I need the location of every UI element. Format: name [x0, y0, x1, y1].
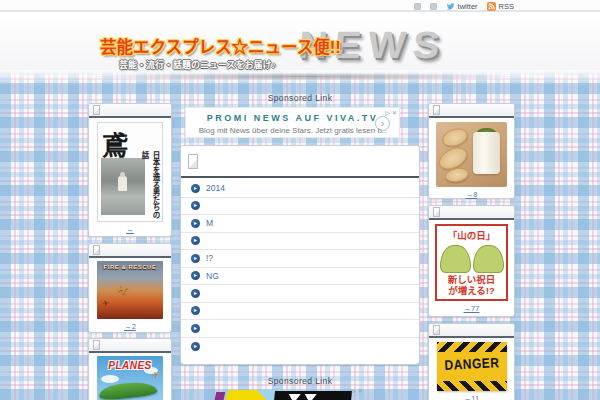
- logo-shadow: [95, 73, 515, 80]
- left-widget-fire-rescue: FIRE & RESCUE →2: [88, 243, 172, 333]
- danger-text: DANGER: [437, 354, 507, 374]
- bottom-ad-banner[interactable]: [215, 390, 350, 400]
- arrow-bullet-icon: [191, 184, 200, 193]
- arrow-bullet-icon: [191, 201, 200, 210]
- widget-header: [89, 244, 171, 258]
- archive-row[interactable]: [181, 338, 419, 356]
- arrow-bullet-icon: [191, 219, 200, 228]
- mountains-illustration: [437, 243, 506, 274]
- archive-row[interactable]: [181, 198, 419, 216]
- twitter-link[interactable]: twitter: [446, 2, 478, 11]
- rss-icon: [487, 2, 496, 11]
- archive-row[interactable]: [181, 233, 419, 251]
- holiday-title: 「山の日」: [437, 228, 506, 242]
- right-widget-food: →8: [428, 103, 515, 199]
- broken-image-icon: [93, 340, 100, 350]
- widget-header: [89, 339, 171, 353]
- topbar-links: twitter RSS: [414, 2, 514, 11]
- left-widget-book: 鳶 日本を造る男たちの話 →: [88, 103, 172, 237]
- arrow-bullet-icon: [191, 254, 200, 263]
- holiday-text-line: が増える!?: [437, 285, 506, 296]
- plane-icon: [101, 299, 109, 309]
- rss-label: RSS: [499, 2, 514, 11]
- site-logo[interactable]: NEWS 芸能エクスプレス☆ニュース便!! 芸能・流行・話題のニュースをお届け♪: [95, 29, 515, 79]
- holiday-more-link[interactable]: →77: [429, 304, 514, 313]
- archive-row[interactable]: [181, 320, 419, 338]
- adchoices-icon: ▷: [351, 387, 356, 394]
- archive-row[interactable]: NG: [181, 268, 419, 286]
- site-header: NEWS 芸能エクスプレス☆ニュース便!! 芸能・流行・話題のニュースをお届け♪: [0, 13, 600, 70]
- archive-row[interactable]: 2014: [181, 180, 419, 198]
- rss-link[interactable]: RSS: [487, 2, 514, 11]
- archive-list-box: 2014 M !? NG: [180, 145, 420, 365]
- broken-image-icon: [433, 105, 440, 115]
- book-more-link[interactable]: →: [89, 225, 171, 234]
- arrow-bullet-icon: [191, 306, 200, 315]
- ad-close-icon: ✕: [392, 109, 397, 116]
- mountain-shape: [473, 245, 504, 273]
- ad-glyph: [304, 394, 317, 400]
- cream-jar: [473, 132, 500, 174]
- fire-rescue-poster[interactable]: FIRE & RESCUE: [97, 261, 163, 319]
- mountain-shape: [440, 245, 471, 273]
- archive-row[interactable]: !?: [181, 250, 419, 268]
- widget-header: [89, 104, 171, 118]
- bread-slice: [440, 125, 470, 149]
- archive-row[interactable]: [181, 285, 419, 303]
- arrow-bullet-icon: [191, 289, 200, 298]
- book-cover-image[interactable]: 鳶 日本を造る男たちの話: [97, 122, 163, 222]
- ad-body-text: Blog mit News über deine Stars. Jetzt gr…: [186, 126, 399, 135]
- danger-sign-image[interactable]: DANGER: [437, 342, 507, 391]
- archive-box-header: [181, 146, 419, 178]
- mini-icon-1[interactable]: [414, 3, 421, 10]
- mountain-day-card[interactable]: 「山の日」 新しい祝日 が増える!?: [435, 224, 508, 301]
- sponsored-link-label-bottom: Sponsored Link: [180, 376, 420, 386]
- archive-row[interactable]: M: [181, 215, 419, 233]
- widget-header: [429, 324, 514, 338]
- danger-more-link[interactable]: →11: [429, 394, 514, 400]
- fire-rescue-more-link[interactable]: →2: [89, 322, 171, 331]
- food-photo[interactable]: [436, 122, 507, 187]
- plane-icon: [115, 280, 130, 298]
- left-widget-planes: PLANES: [88, 338, 172, 400]
- mini-icon-2[interactable]: [430, 3, 437, 10]
- arrow-bullet-icon: [191, 236, 200, 245]
- ad-shape-black: [271, 391, 352, 400]
- ad-glyph: [288, 394, 301, 400]
- ad-close-icon: ✕: [358, 387, 363, 394]
- food-more-link[interactable]: →8: [429, 190, 514, 199]
- twitter-label: twitter: [458, 2, 478, 11]
- widget-header: [429, 206, 514, 220]
- arrow-bullet-icon: [191, 271, 200, 280]
- cloud-shape: [101, 375, 119, 383]
- broken-image-icon: [93, 245, 100, 255]
- page: twitter RSS NEWS 芸能エクスプレス☆ニュース便!! 芸能・流行・…: [0, 0, 600, 400]
- adchoices-control[interactable]: ▷ ✕: [385, 109, 397, 116]
- archive-list: 2014 M !? NG: [181, 178, 419, 355]
- twitter-bird-icon: [446, 2, 455, 11]
- green-plane-shape: [98, 380, 157, 400]
- fire-rescue-title: FIRE & RESCUE: [97, 264, 163, 270]
- archive-link: M: [206, 218, 213, 228]
- plane-icon: [151, 369, 160, 380]
- adchoices-control[interactable]: ▷ ✕: [351, 387, 363, 394]
- site-subtitle: 芸能・流行・話題のニュースをお届け♪: [119, 58, 276, 71]
- adchoices-icon: ▷: [385, 109, 390, 116]
- planes-poster[interactable]: PLANES: [97, 356, 163, 400]
- book-kanji: 鳶: [102, 125, 128, 162]
- archive-link: !?: [206, 253, 213, 263]
- archive-link: 2014: [206, 183, 225, 193]
- top-bar: twitter RSS: [0, 0, 600, 12]
- book-vertical-title: 日本を造る男たちの話: [139, 151, 161, 221]
- archive-row[interactable]: [181, 303, 419, 321]
- ad-title-link[interactable]: PROMI NEWS AUF VIVA.TV: [186, 113, 399, 123]
- ad-shape-purple: [214, 392, 226, 400]
- arrow-bullet-icon: [191, 342, 200, 351]
- holiday-text-line: 新しい祝日: [437, 274, 506, 285]
- broken-image-icon: [433, 325, 440, 335]
- ad-arrow-button[interactable]: ›: [375, 116, 390, 131]
- broken-image-icon: [433, 207, 440, 217]
- promi-ad-banner[interactable]: ▷ ✕ PROMI NEWS AUF VIVA.TV Blog mit News…: [185, 107, 400, 138]
- archive-link: NG: [206, 271, 219, 281]
- right-widget-holiday: 「山の日」 新しい祝日 が増える!? →77: [428, 205, 515, 317]
